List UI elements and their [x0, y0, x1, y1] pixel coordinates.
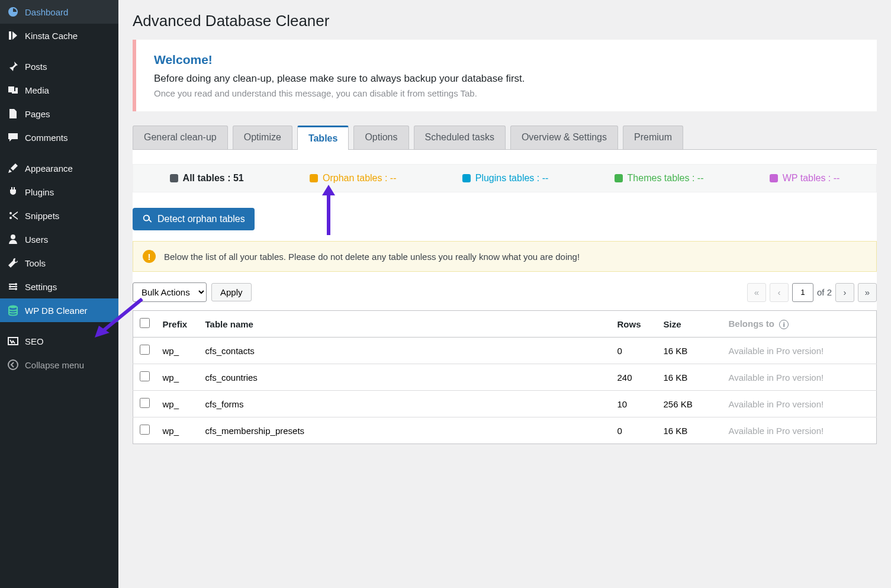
- sidebar-item-label: Snippets: [25, 211, 59, 221]
- row-checkbox[interactable]: [140, 345, 150, 355]
- pagination: « ‹ of 2 › »: [747, 283, 877, 302]
- row-checkbox[interactable]: [140, 425, 150, 435]
- sidebar-item-label: Media: [25, 85, 49, 95]
- tables-panel: All tables : 51 Orphan tables : -- Plugi…: [133, 150, 877, 444]
- sidebar-item-dashboard[interactable]: Dashboard: [0, 0, 118, 24]
- tab-premium[interactable]: Premium: [623, 126, 683, 149]
- brush-icon: [7, 162, 19, 174]
- row-checkbox[interactable]: [140, 371, 150, 381]
- sidebar-item-seo[interactable]: SEO: [0, 329, 118, 353]
- sidebar-item-comments[interactable]: Comments: [0, 126, 118, 149]
- header-prefix[interactable]: Prefix: [157, 311, 200, 338]
- apply-button[interactable]: Apply: [211, 283, 252, 301]
- tab-overview-settings[interactable]: Overview & Settings: [510, 126, 618, 149]
- select-all-checkbox[interactable]: [140, 318, 150, 328]
- database-icon: [7, 304, 19, 316]
- seo-icon: [7, 335, 19, 347]
- tab-scheduled-tasks[interactable]: Scheduled tasks: [414, 126, 506, 149]
- pager-current-input[interactable]: [792, 283, 813, 302]
- cell-rows: 240: [612, 364, 658, 391]
- collapse-icon: [7, 359, 19, 371]
- header-rows[interactable]: Rows: [612, 311, 658, 338]
- sidebar-item-collapse[interactable]: Collapse menu: [0, 353, 118, 377]
- filter-all-tables[interactable]: All tables : 51: [170, 173, 244, 184]
- filter-orphan-tables[interactable]: Orphan tables : --: [310, 173, 397, 184]
- tab-general-cleanup[interactable]: General clean-up: [133, 126, 228, 149]
- sidebar-item-label: Settings: [25, 282, 57, 292]
- tab-tables[interactable]: Tables: [297, 126, 349, 150]
- sidebar-item-plugins[interactable]: Plugins: [0, 180, 118, 204]
- sidebar-item-label: Posts: [25, 62, 47, 72]
- user-icon: [7, 233, 19, 245]
- sidebar-item-label: Pages: [25, 109, 50, 119]
- page-icon: [7, 108, 19, 120]
- svg-point-3: [9, 306, 17, 309]
- square-icon: [770, 174, 778, 182]
- filter-label: All tables : 51: [183, 173, 244, 184]
- wrench-icon: [7, 257, 19, 269]
- filter-row: All tables : 51 Orphan tables : -- Plugi…: [133, 164, 877, 192]
- sidebar-item-label: Comments: [25, 133, 68, 143]
- sidebar-item-users[interactable]: Users: [0, 227, 118, 251]
- detect-button-label: Detect orphan tables: [157, 214, 245, 224]
- header-size[interactable]: Size: [658, 311, 723, 338]
- header-belongs[interactable]: Belongs to i: [723, 311, 877, 338]
- warning-icon: !: [143, 250, 156, 263]
- info-icon: i: [779, 320, 789, 329]
- header-table-name[interactable]: Table name: [200, 311, 612, 338]
- pager-first-button[interactable]: «: [747, 283, 766, 302]
- welcome-message-1: Before doing any clean-up, please make s…: [154, 73, 859, 85]
- pager-next-button[interactable]: ›: [835, 283, 854, 302]
- sidebar-item-kinsta[interactable]: Kinsta Cache: [0, 24, 118, 47]
- sidebar-item-pages[interactable]: Pages: [0, 102, 118, 126]
- sidebar-item-label: SEO: [25, 336, 44, 346]
- row-checkbox[interactable]: [140, 398, 150, 408]
- svg-point-4: [8, 360, 18, 369]
- cell-belongs: Available in Pro version!: [723, 417, 877, 444]
- sidebar-item-label: WP DB Cleaner: [25, 306, 88, 316]
- tab-options[interactable]: Options: [353, 126, 408, 149]
- pager-last-button[interactable]: »: [858, 283, 877, 302]
- filter-wp-tables[interactable]: WP tables : --: [770, 173, 840, 184]
- cell-table-name: cfs_contacts: [200, 338, 612, 364]
- filter-plugins-tables[interactable]: Plugins tables : --: [462, 173, 549, 184]
- detect-orphan-button[interactable]: Detect orphan tables: [133, 208, 255, 230]
- sidebar-item-label: Dashboard: [25, 7, 68, 17]
- bulk-actions-select[interactable]: Bulk Actions: [133, 282, 207, 302]
- sliders-icon: [7, 281, 19, 293]
- sidebar-item-media[interactable]: Media: [0, 78, 118, 102]
- header-checkbox: [133, 311, 157, 338]
- sidebar-item-settings[interactable]: Settings: [0, 275, 118, 298]
- square-icon: [462, 174, 471, 182]
- filter-label: WP tables : --: [783, 173, 840, 184]
- sidebar-item-label: Plugins: [25, 187, 54, 197]
- table-row: wp_ cfs_membership_presets 0 16 KB Avail…: [133, 417, 877, 444]
- svg-point-1: [9, 285, 11, 288]
- filter-label: Orphan tables : --: [323, 173, 397, 184]
- comment-icon: [7, 131, 19, 143]
- cell-rows: 0: [612, 338, 658, 364]
- sidebar-item-snippets[interactable]: Snippets: [0, 204, 118, 227]
- sidebar-item-posts[interactable]: Posts: [0, 54, 118, 78]
- sidebar-item-appearance[interactable]: Appearance: [0, 156, 118, 180]
- cell-size: 256 KB: [658, 391, 723, 417]
- sidebar-item-tools[interactable]: Tools: [0, 251, 118, 275]
- sidebar-item-label: Tools: [25, 258, 46, 268]
- table-row: wp_ cfs_countries 240 16 KB Available in…: [133, 364, 877, 391]
- warning-text: Below the list of all your tables. Pleas…: [164, 252, 580, 262]
- square-icon: [615, 174, 623, 182]
- welcome-message-2: Once you read and understand this messag…: [154, 88, 859, 98]
- admin-sidebar: Dashboard Kinsta Cache Posts Media Pages…: [0, 0, 118, 588]
- sidebar-item-label: Users: [25, 234, 48, 245]
- table-toolbar: Bulk Actions Apply « ‹ of 2 › »: [133, 282, 877, 302]
- welcome-heading: Welcome!: [154, 53, 859, 67]
- sidebar-item-wp-db-cleaner[interactable]: WP DB Cleaner: [0, 298, 118, 322]
- square-icon: [170, 174, 178, 182]
- plug-icon: [7, 186, 19, 198]
- filter-themes-tables[interactable]: Themes tables : --: [615, 173, 704, 184]
- main-content: Advanced Database Cleaner Welcome! Befor…: [118, 0, 891, 588]
- svg-point-2: [15, 288, 17, 290]
- table-row: wp_ cfs_forms 10 256 KB Available in Pro…: [133, 391, 877, 417]
- pager-prev-button[interactable]: ‹: [770, 283, 789, 302]
- tab-optimize[interactable]: Optimize: [233, 126, 292, 149]
